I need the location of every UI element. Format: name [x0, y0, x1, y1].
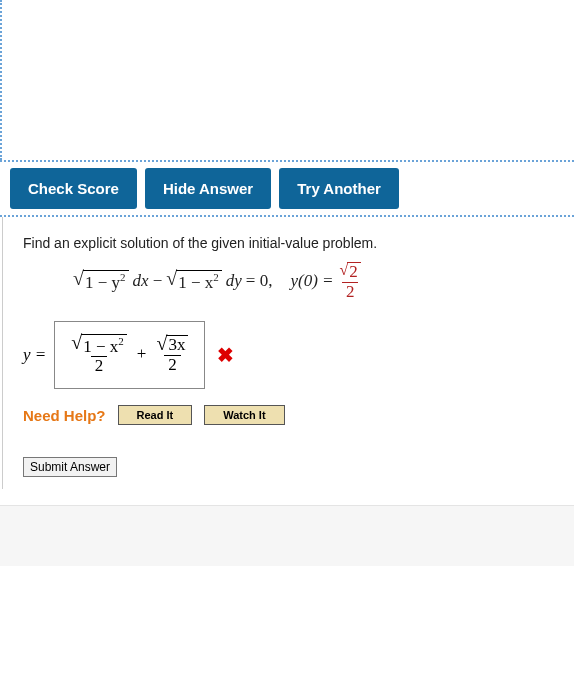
y-equals-label: y =: [23, 345, 46, 365]
need-help-label: Need Help?: [23, 407, 106, 424]
need-help-row: Need Help? Read It Watch It: [23, 405, 554, 425]
incorrect-icon: ✖: [217, 343, 234, 367]
dx-text: dx: [133, 271, 149, 291]
eq-zero: = 0,: [246, 271, 273, 291]
sqrt2-arg: 1 − x: [178, 273, 213, 292]
student-answer-row: y = √ 1 − x2 2 + √: [23, 321, 554, 389]
term2-den: 2: [164, 355, 181, 375]
term1-arg: 1 − x: [83, 337, 118, 356]
equation-display: √ 1 − y2 dx − √ 1 − x2 dy = 0, y(0) = √ …: [73, 261, 554, 301]
submit-answer-button[interactable]: Submit Answer: [23, 457, 117, 477]
question-prompt: Find an explicit solution of the given i…: [23, 235, 554, 251]
ic-den: 2: [342, 282, 359, 302]
sqrt1-exp: 2: [120, 271, 126, 283]
answer-input-box[interactable]: √ 1 − x2 2 + √ 3x: [54, 321, 205, 389]
footer-band: [0, 505, 574, 566]
watch-it-button[interactable]: Watch It: [204, 405, 284, 425]
try-another-button[interactable]: Try Another: [279, 168, 399, 209]
spacer: [0, 566, 574, 606]
sqrt2-exp: 2: [213, 271, 219, 283]
submit-row: Submit Answer: [23, 447, 554, 477]
plus-op: +: [137, 344, 147, 364]
check-score-button[interactable]: Check Score: [10, 168, 137, 209]
question-panel: Find an explicit solution of the given i…: [2, 217, 574, 489]
blank-work-area: [0, 0, 574, 160]
dy-text: dy: [226, 271, 242, 291]
read-it-button[interactable]: Read It: [118, 405, 193, 425]
ic-num: 2: [347, 262, 361, 282]
term1-den: 2: [91, 356, 108, 376]
minus-text: −: [153, 271, 163, 291]
initial-condition-value: √ 2 2: [338, 261, 363, 301]
term2-arg: 3x: [168, 335, 185, 354]
answer-term2: √ 3x 2: [154, 334, 190, 374]
sqrt1-arg: 1 − y: [85, 273, 120, 292]
ic-label: y(0) =: [290, 271, 333, 291]
answer-term1: √ 1 − x2 2: [69, 333, 129, 376]
term1-exp: 2: [118, 335, 124, 347]
hide-answer-button[interactable]: Hide Answer: [145, 168, 271, 209]
action-toolbar: Check Score Hide Answer Try Another: [0, 160, 574, 217]
